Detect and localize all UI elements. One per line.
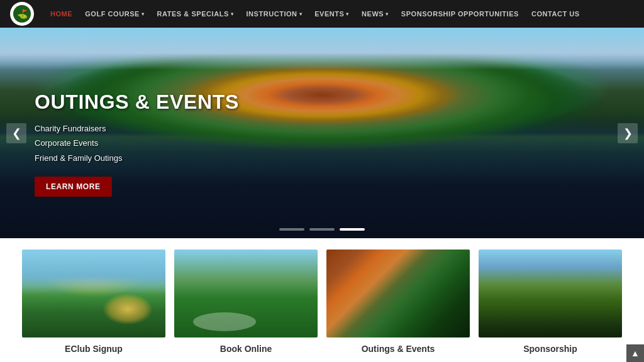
nav-item-events[interactable]: EVENTS ▾	[308, 0, 355, 28]
carousel-dot-2[interactable]	[309, 228, 335, 231]
card-book-online[interactable]: Book Online	[174, 250, 318, 354]
card-eclub[interactable]: EClub Signup	[22, 250, 165, 354]
navbar: ⛳ HOME GOLF COURSE ▾ RATES & SPECIALS ▾ …	[0, 0, 644, 28]
card-sponsorship-image	[479, 250, 622, 337]
nav-item-rates[interactable]: RATES & SPECIALS ▾	[150, 0, 240, 28]
nav-item-instruction[interactable]: INSTRUCTION ▾	[240, 0, 308, 28]
hero-section: ❮ OUTINGS & EVENTS Charity Fundraisers C…	[0, 28, 644, 238]
scroll-to-top-button[interactable]: ▲	[626, 344, 644, 354]
hero-subtitle: Charity Fundraisers Corporate Events Fri…	[35, 121, 239, 165]
hero-subtitle-line2: Corporate Events	[35, 136, 239, 150]
nav-item-contact[interactable]: CONTACT US	[525, 0, 586, 28]
card-sponsorship[interactable]: Sponsorship	[479, 250, 622, 354]
card-outings-events[interactable]: Outings & Events	[326, 250, 470, 354]
chevron-down-icon: ▾	[142, 11, 145, 17]
cards-section: EClub Signup Book Online Outings & Event…	[0, 238, 644, 354]
nav-item-sponsorship[interactable]: SPONSORSHIP OPPORTUNITIES	[395, 0, 525, 28]
nav-menu: HOME GOLF COURSE ▾ RATES & SPECIALS ▾ IN…	[44, 0, 634, 28]
nav-item-home[interactable]: HOME	[44, 0, 79, 28]
nav-item-golf-course[interactable]: GOLF COURSE ▾	[79, 0, 150, 28]
hero-cta-button[interactable]: Learn More	[35, 177, 112, 197]
chevron-down-icon: ▾	[231, 11, 234, 17]
carousel-prev-button[interactable]: ❮	[6, 123, 26, 143]
hero-content: OUTINGS & EVENTS Charity Fundraisers Cor…	[35, 90, 239, 197]
chevron-down-icon: ▾	[386, 11, 389, 17]
card-book-label: Book Online	[220, 344, 272, 354]
card-book-image	[174, 250, 318, 337]
card-eclub-image	[22, 250, 165, 337]
chevron-down-icon: ▾	[299, 11, 303, 17]
carousel-indicators	[279, 228, 365, 231]
svg-text:⛳: ⛳	[17, 9, 28, 19]
card-sponsorship-label: Sponsorship	[523, 344, 577, 354]
hero-subtitle-line1: Charity Fundraisers	[35, 121, 239, 136]
hero-title: OUTINGS & EVENTS	[35, 90, 239, 114]
carousel-dot-1[interactable]	[279, 228, 304, 231]
carousel-next-button[interactable]: ❯	[618, 123, 638, 143]
site-logo[interactable]: ⛳	[10, 2, 34, 26]
card-eclub-label: EClub Signup	[65, 344, 123, 354]
chevron-down-icon: ▾	[346, 11, 349, 17]
hero-subtitle-line3: Friend & Family Outings	[35, 151, 239, 165]
card-outings-image	[326, 250, 470, 337]
card-outings-label: Outings & Events	[362, 344, 435, 354]
carousel-dot-3[interactable]	[340, 228, 365, 231]
nav-item-news[interactable]: NEWS ▾	[355, 0, 395, 28]
